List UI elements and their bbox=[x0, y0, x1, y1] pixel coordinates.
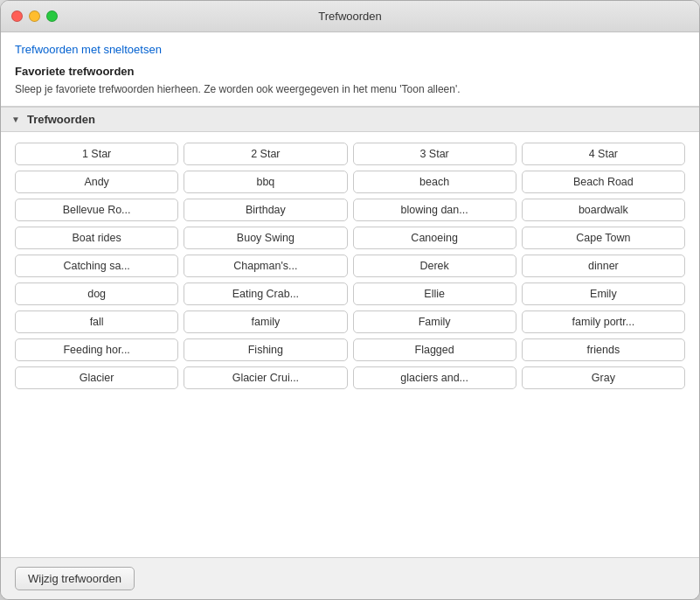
main-window: Trefwoorden Trefwoorden met sneltoetsen … bbox=[0, 0, 700, 600]
header-section: Trefwoorden met sneltoetsen Favoriete tr… bbox=[1, 32, 699, 107]
keyword-tag[interactable]: 4 Star bbox=[522, 143, 685, 165]
keyword-tag[interactable]: Canoeing bbox=[353, 227, 516, 249]
keyword-tag[interactable]: Feeding hor... bbox=[15, 338, 178, 361]
keyword-tag[interactable]: Bellevue Ro... bbox=[15, 199, 178, 221]
keyword-tag[interactable]: Beach Road bbox=[522, 171, 685, 193]
keyword-tag[interactable]: Fishing bbox=[184, 338, 347, 361]
keyword-tag[interactable]: 1 Star bbox=[15, 143, 178, 165]
keywords-section-header: ▼ Trefwoorden bbox=[1, 107, 699, 132]
shortcuts-link[interactable]: Trefwoorden met sneltoetsen bbox=[15, 43, 685, 56]
maximize-button[interactable] bbox=[46, 10, 58, 22]
keyword-tag[interactable]: Birthday bbox=[184, 199, 347, 221]
keyword-tag[interactable]: dog bbox=[15, 283, 178, 305]
keyword-tag[interactable]: friends bbox=[522, 338, 685, 361]
close-button[interactable] bbox=[11, 10, 23, 22]
keyword-tag[interactable]: Chapman's... bbox=[184, 255, 347, 277]
keyword-tag[interactable]: family bbox=[184, 310, 347, 333]
keyword-tag[interactable]: bbq bbox=[184, 171, 347, 193]
keyword-tag[interactable]: family portr... bbox=[522, 310, 685, 333]
chevron-down-icon: ▼ bbox=[11, 115, 20, 124]
footer: Wijzig trefwoorden bbox=[1, 557, 699, 599]
keyword-tag[interactable]: Boat rides bbox=[15, 227, 178, 249]
keyword-tag[interactable]: Buoy Swing bbox=[184, 227, 347, 249]
keyword-tag[interactable]: Flagged bbox=[353, 338, 516, 361]
keyword-tag[interactable]: Cape Town bbox=[522, 227, 685, 249]
keyword-tag[interactable]: Ellie bbox=[353, 283, 516, 305]
keyword-tag[interactable]: Andy bbox=[15, 171, 178, 193]
keyword-tag[interactable]: Eating Crab... bbox=[184, 283, 347, 305]
keyword-tag[interactable]: fall bbox=[15, 310, 178, 333]
keyword-tag[interactable]: Derek bbox=[353, 255, 516, 277]
keyword-tag[interactable]: beach bbox=[353, 171, 516, 193]
keyword-tag[interactable]: Gray bbox=[522, 366, 685, 389]
content-area: Trefwoorden met sneltoetsen Favoriete tr… bbox=[1, 32, 699, 557]
keyword-tag[interactable]: Glacier Crui... bbox=[184, 366, 347, 389]
keyword-tag[interactable]: Family bbox=[353, 310, 516, 333]
window-title: Trefwoorden bbox=[318, 10, 382, 23]
keyword-tag[interactable]: Glacier bbox=[15, 366, 178, 389]
keyword-tag[interactable]: 2 Star bbox=[184, 143, 347, 165]
keyword-tag[interactable]: 3 Star bbox=[353, 143, 516, 165]
keyword-tag[interactable]: boardwalk bbox=[522, 199, 685, 221]
keyword-tag[interactable]: Emily bbox=[522, 283, 685, 305]
keyword-tag[interactable]: Catching sa... bbox=[15, 255, 178, 277]
keyword-tag[interactable]: blowing dan... bbox=[353, 199, 516, 221]
keyword-tag[interactable]: dinner bbox=[522, 255, 685, 277]
keywords-grid: 1 Star2 Star3 Star4 StarAndybbqbeachBeac… bbox=[1, 132, 699, 557]
edit-keywords-button[interactable]: Wijzig trefwoorden bbox=[15, 567, 135, 590]
section-title: Trefwoorden bbox=[27, 113, 95, 126]
keyword-tag[interactable]: glaciers and... bbox=[353, 366, 516, 389]
minimize-button[interactable] bbox=[29, 10, 40, 22]
favorites-description: Sleep je favoriete trefwoorden hierheen.… bbox=[15, 81, 685, 97]
favorites-title: Favoriete trefwoorden bbox=[15, 65, 685, 78]
titlebar: Trefwoorden bbox=[1, 1, 699, 32]
traffic-lights bbox=[11, 10, 58, 22]
